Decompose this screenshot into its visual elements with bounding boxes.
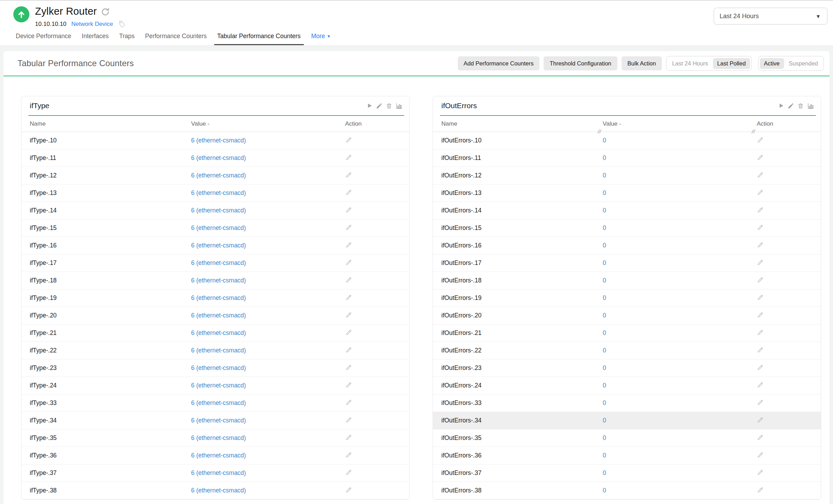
tag-icon[interactable] [118, 20, 126, 28]
table-row-iftype-34[interactable]: ifType-.346 (ethernet-csmacd) [21, 412, 409, 429]
table-row-iftype-11[interactable]: ifType-.116 (ethernet-csmacd) [21, 149, 409, 167]
table-row-ifouterrors-38[interactable]: ifOutErrors-.380 [433, 482, 821, 499]
edit-icon[interactable] [345, 399, 352, 406]
toggle-option-last-24-hours[interactable]: Last 24 Hours [668, 58, 712, 69]
edit-icon[interactable] [757, 276, 764, 284]
refresh-icon[interactable] [100, 7, 110, 17]
add-performance-counters-button[interactable]: Add Performance Counters [458, 56, 540, 70]
tab-traps[interactable]: Traps [116, 28, 138, 45]
counter-value-link[interactable]: 0 [603, 347, 606, 354]
counter-value-link[interactable]: 0 [603, 294, 606, 301]
delete-icon[interactable] [797, 103, 804, 109]
table-row-iftype-33[interactable]: ifType-.336 (ethernet-csmacd) [21, 394, 409, 412]
counter-value-link[interactable]: 6 (ethernet-csmacd) [191, 294, 246, 301]
counter-value-link[interactable]: 6 (ethernet-csmacd) [191, 189, 246, 196]
edit-icon[interactable] [345, 382, 352, 388]
counter-value-link[interactable]: 0 [603, 224, 606, 231]
edit-icon[interactable] [757, 329, 764, 336]
table-row-ifouterrors-21[interactable]: ifOutErrors-.210 [433, 324, 821, 342]
counter-value-link[interactable]: 6 (ethernet-csmacd) [191, 434, 246, 441]
table-row-ifouterrors-36[interactable]: ifOutErrors-.360 [433, 447, 821, 464]
counter-value-link[interactable]: 0 [603, 277, 606, 284]
table-row-iftype-17[interactable]: ifType-.176 (ethernet-csmacd) [21, 254, 409, 272]
counter-value-link[interactable]: 0 [603, 242, 606, 249]
edit-icon[interactable] [757, 434, 764, 441]
device-category-link[interactable]: Network Device [71, 21, 113, 28]
counter-value-link[interactable]: 6 (ethernet-csmacd) [191, 364, 246, 371]
tab-performance-counters[interactable]: Performance Counters [142, 28, 210, 45]
edit-icon[interactable] [757, 206, 764, 214]
counter-value-link[interactable]: 6 (ethernet-csmacd) [191, 487, 246, 494]
table-row-iftype-12[interactable]: ifType-.126 (ethernet-csmacd) [21, 167, 409, 184]
counter-value-link[interactable]: 0 [603, 189, 606, 196]
column-resize-handle[interactable]: // [598, 128, 601, 134]
table-row-iftype-19[interactable]: ifType-.196 (ethernet-csmacd) [21, 289, 409, 307]
counter-value-link[interactable]: 6 (ethernet-csmacd) [191, 154, 246, 161]
table-row-ifouterrors-15[interactable]: ifOutErrors-.150 [433, 219, 821, 237]
edit-icon[interactable] [345, 364, 352, 371]
table-row-ifouterrors-14[interactable]: ifOutErrors-.140 [433, 202, 821, 219]
column-header-value[interactable]: Value -// [603, 120, 757, 127]
counter-value-link[interactable]: 0 [603, 172, 606, 179]
toggle-option-active[interactable]: Active [760, 58, 784, 69]
table-row-iftype-10[interactable]: ifType-.106 (ethernet-csmacd) [21, 132, 409, 149]
bulk-action-button[interactable]: Bulk Action [622, 56, 662, 70]
toggle-option-suspended[interactable]: Suspended [785, 58, 822, 69]
table-row-iftype-13[interactable]: ifType-.136 (ethernet-csmacd) [21, 184, 409, 202]
threshold-configuration-button[interactable]: Threshold Configuration [544, 56, 617, 70]
table-row-ifouterrors-35[interactable]: ifOutErrors-.350 [433, 429, 821, 447]
counter-value-link[interactable]: 0 [603, 259, 606, 266]
edit-icon[interactable] [757, 399, 764, 406]
table-row-ifouterrors-22[interactable]: ifOutErrors-.220 [433, 342, 821, 359]
edit-icon[interactable] [757, 172, 764, 178]
edit-icon[interactable] [345, 154, 352, 161]
edit-icon[interactable] [757, 154, 764, 161]
edit-icon[interactable] [345, 346, 352, 354]
edit-icon[interactable] [757, 451, 764, 458]
table-row-ifouterrors-12[interactable]: ifOutErrors-.120 [433, 167, 821, 184]
edit-icon[interactable] [345, 189, 352, 196]
counter-value-link[interactable]: 0 [603, 417, 606, 424]
tab-interfaces[interactable]: Interfaces [79, 28, 112, 45]
counter-value-link[interactable]: 0 [603, 137, 606, 144]
edit-icon[interactable] [345, 434, 352, 441]
table-row-iftype-35[interactable]: ifType-.356 (ethernet-csmacd) [21, 429, 409, 447]
table-row-iftype-14[interactable]: ifType-.146 (ethernet-csmacd) [21, 202, 409, 219]
edit-icon[interactable] [345, 206, 352, 214]
counter-value-link[interactable]: 6 (ethernet-csmacd) [191, 259, 246, 266]
table-row-ifouterrors-34[interactable]: ifOutErrors-.340 [433, 412, 821, 429]
counter-value-link[interactable]: 6 (ethernet-csmacd) [191, 172, 246, 179]
edit-icon[interactable] [757, 346, 764, 354]
column-header-value[interactable]: Value - [191, 120, 345, 127]
edit-icon[interactable] [345, 486, 352, 493]
table-row-iftype-36[interactable]: ifType-.366 (ethernet-csmacd) [21, 447, 409, 464]
counter-value-link[interactable]: 0 [603, 452, 606, 459]
counter-value-link[interactable]: 0 [603, 434, 606, 441]
edit-icon[interactable] [757, 382, 764, 388]
counter-value-link[interactable]: 6 (ethernet-csmacd) [191, 242, 246, 249]
counter-value-link[interactable]: 6 (ethernet-csmacd) [191, 382, 246, 389]
edit-icon[interactable] [757, 416, 764, 424]
edit-icon[interactable] [345, 224, 352, 231]
table-row-ifouterrors-24[interactable]: ifOutErrors-.240 [433, 377, 821, 394]
counter-value-link[interactable]: 6 (ethernet-csmacd) [191, 137, 246, 144]
table-row-ifouterrors-23[interactable]: ifOutErrors-.230 [433, 359, 821, 377]
toggle-option-last-polled[interactable]: Last Polled [713, 58, 750, 69]
table-row-ifouterrors-19[interactable]: ifOutErrors-.190 [433, 289, 821, 307]
counter-value-link[interactable]: 6 (ethernet-csmacd) [191, 224, 246, 231]
play-icon[interactable] [366, 103, 373, 109]
edit-icon[interactable] [345, 312, 352, 318]
counter-value-link[interactable]: 0 [603, 207, 606, 214]
chart-icon[interactable] [396, 102, 403, 110]
counter-value-link[interactable]: 0 [603, 487, 606, 494]
edit-icon[interactable] [757, 294, 764, 301]
edit-icon[interactable] [788, 103, 794, 109]
edit-icon[interactable] [757, 469, 764, 476]
table-row-iftype-37[interactable]: ifType-.376 (ethernet-csmacd) [21, 464, 409, 482]
table-row-iftype-38[interactable]: ifType-.386 (ethernet-csmacd) [21, 482, 409, 499]
counter-value-link[interactable]: 0 [603, 399, 606, 406]
counter-value-link[interactable]: 0 [603, 364, 606, 371]
table-row-iftype-22[interactable]: ifType-.226 (ethernet-csmacd) [21, 342, 409, 359]
edit-icon[interactable] [345, 276, 352, 284]
counter-value-link[interactable]: 0 [603, 154, 606, 161]
